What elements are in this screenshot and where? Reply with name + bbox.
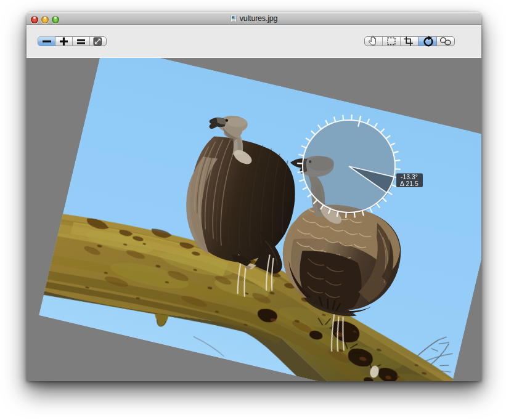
svg-text:Δ 21.5: Δ 21.5	[400, 180, 418, 187]
